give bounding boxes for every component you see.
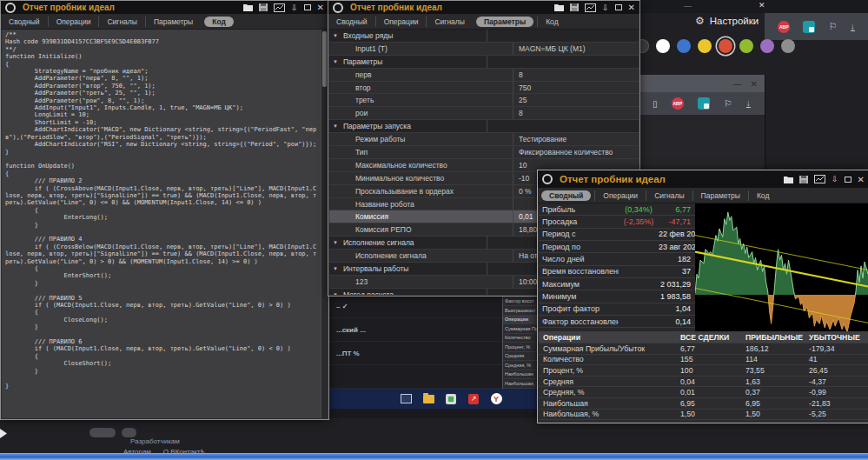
pages-icon[interactable]: ⚐	[829, 21, 838, 32]
param-value[interactable]	[487, 30, 639, 42]
operations-header-cell[interactable]: Операции	[539, 333, 680, 342]
param-row[interactable]: Input1 (Т)MAGN=МБ ЦК (М1)	[329, 43, 639, 56]
pages-icon[interactable]: ⚐	[724, 98, 732, 110]
scrollbar[interactable]	[321, 30, 328, 418]
download-icon[interactable]: ↓	[746, 99, 751, 108]
param-value[interactable]: 25	[513, 94, 639, 106]
param-value[interactable]	[487, 120, 639, 132]
param-value[interactable]: Фиксированное количество	[513, 146, 639, 158]
chart-icon[interactable]	[274, 3, 285, 12]
tab-Сигналы[interactable]: Сигналы	[426, 17, 472, 27]
tab-Операции[interactable]: Операции	[594, 190, 646, 201]
code-editor[interactable]: /** Hash code 939B31DD4157CC3BF5E9C5D4E0…	[2, 30, 328, 418]
param-section-row[interactable]: ▼Входные ряды	[329, 30, 639, 43]
tab-Операции[interactable]: Операции	[375, 17, 427, 27]
minimize-icon[interactable]: —	[733, 79, 742, 89]
color-swatch[interactable]	[760, 39, 774, 53]
close-icon[interactable]: ✕	[317, 3, 324, 12]
folder-icon[interactable]	[243, 3, 253, 11]
operations-row[interactable]: Наибольшая, %1,501,50-5,25	[539, 410, 868, 421]
color-swatch[interactable]	[677, 39, 691, 53]
download-icon[interactable]: ⇩	[602, 3, 609, 12]
operations-header-cell[interactable]: ВСЕ СДЕЛКИ	[680, 333, 745, 342]
tab-Код[interactable]: Код	[204, 17, 234, 27]
equity-chart[interactable]	[695, 203, 868, 331]
operations-row[interactable]: Суммарная Прибыль/Убыток6,77186,12-179,3…	[539, 343, 868, 355]
download-icon[interactable]: ↓	[851, 23, 855, 31]
task-view-icon[interactable]	[400, 392, 413, 405]
translate-icon[interactable]	[698, 97, 710, 110]
color-swatch[interactable]	[739, 39, 753, 53]
operations-row[interactable]: Количество15511441	[539, 355, 868, 366]
scrollbar-thumb[interactable]	[322, 31, 327, 87]
operations-row[interactable]: Максимальная последовательность13,0013,0…	[539, 420, 868, 422]
tab-Сводный[interactable]: Сводный	[541, 190, 591, 201]
param-value[interactable]: MAGN=МБ ЦК (М1)	[513, 43, 639, 55]
operations-row[interactable]: Средняя0,041,63-4,37	[539, 377, 868, 388]
maximize-icon[interactable]	[304, 4, 311, 10]
color-swatch[interactable]	[698, 39, 712, 53]
color-swatch[interactable]	[656, 39, 670, 53]
param-row[interactable]: Режим работыТестирование	[329, 133, 639, 146]
param-row[interactable]: рои8	[329, 107, 639, 120]
file-explorer-icon[interactable]	[422, 392, 435, 405]
close-icon[interactable]: ✕	[858, 175, 865, 184]
tab-Операции[interactable]: Операции	[48, 17, 99, 27]
abp-icon[interactable]: ABP	[778, 21, 790, 33]
tab-Параметры[interactable]: Параметры	[476, 17, 533, 27]
window-titlebar[interactable]: Отчет пробник идеал ⇩✕	[538, 170, 868, 188]
param-row[interactable]: треть25	[329, 94, 639, 107]
triangle-down-icon[interactable]: ▼	[333, 59, 338, 64]
app-icon-red[interactable]: ↗	[467, 392, 480, 405]
param-section-row[interactable]: ▼Параметры запуска	[329, 120, 639, 133]
vk-footer-dev-link[interactable]: Разработчикам	[130, 437, 180, 445]
close-icon[interactable]: ✕	[628, 3, 635, 12]
chart-icon[interactable]	[585, 3, 596, 12]
operations-header-cell[interactable]: ПРИБЫЛЬНЫЕ	[745, 333, 809, 342]
tab-Сводный[interactable]: Сводный	[328, 17, 375, 27]
save-icon[interactable]	[570, 3, 579, 11]
bookmark-icon[interactable]: ▯	[653, 99, 658, 109]
operations-row[interactable]: Средняя, %0,010,37-0,99	[539, 387, 868, 398]
download-icon[interactable]: ⇩	[832, 175, 838, 183]
start-icon[interactable]	[377, 392, 390, 405]
triangle-down-icon[interactable]: ▼	[333, 240, 338, 245]
minimize-icon[interactable]: —	[684, 2, 692, 10]
window-titlebar[interactable]: Отчет пробник идеал ⇩✕	[1, 1, 328, 14]
param-row[interactable]: перв8	[329, 69, 639, 82]
chart-icon[interactable]	[814, 175, 825, 183]
tab-Параметры[interactable]: Параметры	[692, 190, 748, 201]
param-section-row[interactable]: ▼Параметры	[329, 56, 639, 69]
triangle-down-icon[interactable]: ▼	[333, 292, 338, 295]
download-icon[interactable]: ⇩	[291, 3, 298, 12]
save-icon[interactable]	[799, 176, 808, 183]
translate-icon[interactable]	[803, 21, 815, 33]
close-icon[interactable]: ✕	[751, 79, 758, 89]
param-row[interactable]: ТипФиксированное количество	[329, 146, 639, 159]
tab-Код[interactable]: Код	[748, 190, 777, 201]
color-swatch[interactable]	[719, 39, 732, 53]
tab-Параметры[interactable]: Параметры	[145, 17, 201, 27]
param-value[interactable]: 8	[513, 107, 639, 119]
param-value[interactable]: 750	[513, 82, 639, 94]
param-value[interactable]: 8	[513, 69, 639, 81]
maximize-icon[interactable]	[615, 4, 622, 10]
abp-icon[interactable]: ABP	[672, 97, 684, 110]
tab-Сводный[interactable]: Сводный	[1, 17, 48, 27]
tab-Сигналы[interactable]: Сигналы	[98, 17, 144, 27]
app-icon-green[interactable]	[445, 392, 458, 405]
param-row[interactable]: втор750	[329, 82, 639, 95]
param-value[interactable]	[487, 56, 639, 68]
close-icon[interactable]: ✕	[759, 1, 765, 10]
color-swatch[interactable]	[781, 39, 795, 53]
yandex-browser-icon[interactable]: Y	[490, 392, 503, 405]
gear-icon[interactable]: ⚙	[695, 15, 705, 27]
param-value[interactable]: Тестирование	[513, 133, 639, 145]
tab-Код[interactable]: Код	[537, 17, 566, 27]
triangle-down-icon[interactable]: ▼	[333, 123, 338, 129]
tab-Сигналы[interactable]: Сигналы	[646, 190, 692, 201]
triangle-down-icon[interactable]: ▼	[333, 33, 338, 38]
folder-icon[interactable]	[784, 176, 793, 183]
settings-label[interactable]: Настройки	[710, 16, 759, 26]
maximize-icon[interactable]	[845, 177, 851, 183]
